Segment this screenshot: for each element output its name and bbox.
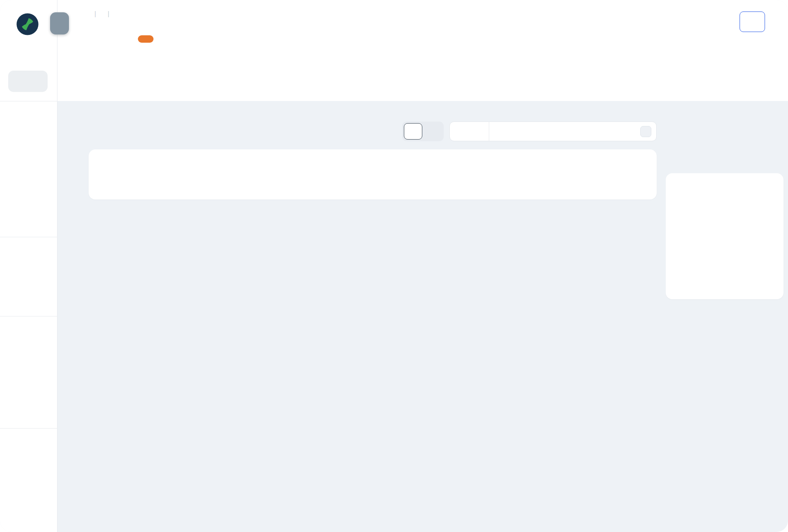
kebab-icon	[772, 16, 780, 28]
brand-logo-icon[interactable]	[16, 12, 39, 36]
edit-title-icon[interactable]	[117, 34, 126, 44]
filter-button[interactable]	[450, 122, 489, 141]
filter-funnel-icon	[458, 128, 466, 135]
sidebar-item-cases[interactable]	[8, 71, 48, 92]
chevron-right-icon	[55, 19, 64, 28]
title-row	[89, 33, 153, 45]
sidebar-divider	[0, 428, 57, 429]
filter-search-bar	[449, 122, 657, 141]
sidebar-expand-button[interactable]	[50, 12, 69, 34]
table-toolbar	[402, 122, 657, 141]
columns-view-button[interactable]	[424, 123, 442, 140]
main-area: | |	[57, 0, 788, 532]
content	[57, 101, 788, 532]
sidebar-divider	[0, 101, 57, 101]
status-badge	[138, 35, 153, 43]
table-header	[108, 165, 640, 189]
columns-view-icon	[428, 127, 438, 136]
case-data-bar	[89, 122, 657, 141]
breadcrumb: | |	[89, 10, 128, 18]
add-assignee-icon[interactable]	[768, 42, 780, 53]
header-kebab-menu[interactable]	[770, 16, 782, 28]
search-box	[489, 122, 656, 141]
rows-view-icon	[409, 127, 418, 136]
ready-for-review-button[interactable]	[740, 11, 765, 32]
settings-icon[interactable]	[21, 266, 35, 281]
edit-reference-icon[interactable]	[121, 10, 128, 18]
sidebar-search-icon[interactable]	[19, 48, 36, 65]
briefcase-icon[interactable]	[21, 162, 35, 177]
search-input[interactable]	[508, 127, 636, 136]
search-shortcut-badge	[640, 126, 651, 137]
case-document-icon	[89, 33, 101, 45]
topbar: | |	[57, 0, 788, 101]
rows-view-button[interactable]	[404, 123, 422, 140]
icon-sidebar	[0, 0, 57, 532]
sidebar-divider	[0, 237, 57, 237]
view-toggle	[402, 122, 444, 141]
users-icon[interactable]	[21, 290, 35, 305]
sidebar-divider	[0, 316, 57, 316]
folder-icon	[22, 75, 34, 87]
chart-icon[interactable]	[21, 211, 35, 225]
search-icon	[496, 127, 504, 135]
help-icon[interactable]	[21, 347, 35, 362]
case-data-table	[89, 149, 657, 200]
app-window: | |	[0, 0, 788, 532]
home-icon[interactable]	[21, 138, 35, 153]
user-icon[interactable]	[21, 186, 35, 201]
chevron-down-icon	[474, 128, 481, 135]
quick-actions-panel	[666, 173, 783, 299]
